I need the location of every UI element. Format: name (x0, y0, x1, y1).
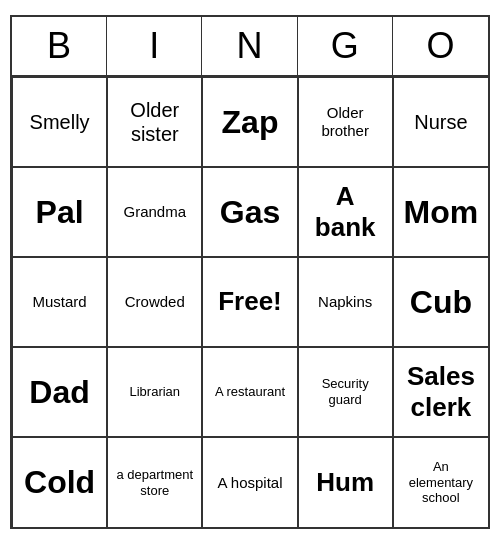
bingo-cell-17: A restaurant (202, 347, 297, 437)
bingo-cell-20: Cold (12, 437, 107, 527)
cell-text-21: a department store (114, 467, 195, 498)
bingo-cell-10: Mustard (12, 257, 107, 347)
cell-text-1: Older sister (114, 98, 195, 146)
bingo-header: BINGO (12, 17, 488, 77)
bingo-cell-9: Mom (393, 167, 488, 257)
bingo-cell-7: Gas (202, 167, 297, 257)
bingo-cell-3: Older brother (298, 77, 393, 167)
cell-text-6: Grandma (124, 203, 187, 221)
bingo-card: BINGO SmellyOlder sisterZapOlder brother… (10, 15, 490, 529)
cell-text-3: Older brother (305, 104, 386, 140)
bingo-cell-15: Dad (12, 347, 107, 437)
cell-text-4: Nurse (414, 110, 467, 134)
cell-text-0: Smelly (30, 110, 90, 134)
cell-text-10: Mustard (33, 293, 87, 311)
header-letter-g: G (298, 17, 393, 75)
cell-text-2: Zap (222, 103, 279, 141)
bingo-cell-13: Napkins (298, 257, 393, 347)
cell-text-5: Pal (36, 193, 84, 231)
cell-text-23: Hum (316, 467, 374, 498)
cell-text-13: Napkins (318, 293, 372, 311)
bingo-cell-1: Older sister (107, 77, 202, 167)
bingo-cell-0: Smelly (12, 77, 107, 167)
bingo-cell-5: Pal (12, 167, 107, 257)
cell-text-12: Free! (218, 286, 282, 317)
bingo-cell-23: Hum (298, 437, 393, 527)
bingo-cell-8: A bank (298, 167, 393, 257)
cell-text-19: Sales clerk (400, 361, 482, 423)
cell-text-16: Librarian (129, 384, 180, 400)
bingo-cell-6: Grandma (107, 167, 202, 257)
header-letter-b: B (12, 17, 107, 75)
bingo-cell-24: An elementary school (393, 437, 488, 527)
bingo-cell-12: Free! (202, 257, 297, 347)
bingo-cell-22: A hospital (202, 437, 297, 527)
bingo-cell-19: Sales clerk (393, 347, 488, 437)
cell-text-11: Crowded (125, 293, 185, 311)
cell-text-17: A restaurant (215, 384, 285, 400)
cell-text-18: Security guard (305, 376, 386, 407)
bingo-cell-16: Librarian (107, 347, 202, 437)
bingo-cell-11: Crowded (107, 257, 202, 347)
cell-text-14: Cub (410, 283, 472, 321)
bingo-cell-18: Security guard (298, 347, 393, 437)
cell-text-7: Gas (220, 193, 280, 231)
header-letter-n: N (202, 17, 297, 75)
header-letter-o: O (393, 17, 488, 75)
bingo-grid: SmellyOlder sisterZapOlder brotherNurseP… (12, 77, 488, 527)
cell-text-15: Dad (29, 373, 89, 411)
bingo-cell-14: Cub (393, 257, 488, 347)
cell-text-24: An elementary school (400, 459, 482, 506)
bingo-cell-4: Nurse (393, 77, 488, 167)
header-letter-i: I (107, 17, 202, 75)
cell-text-9: Mom (404, 193, 479, 231)
cell-text-22: A hospital (217, 474, 282, 492)
cell-text-20: Cold (24, 463, 95, 501)
bingo-cell-2: Zap (202, 77, 297, 167)
cell-text-8: A bank (305, 181, 386, 243)
bingo-cell-21: a department store (107, 437, 202, 527)
